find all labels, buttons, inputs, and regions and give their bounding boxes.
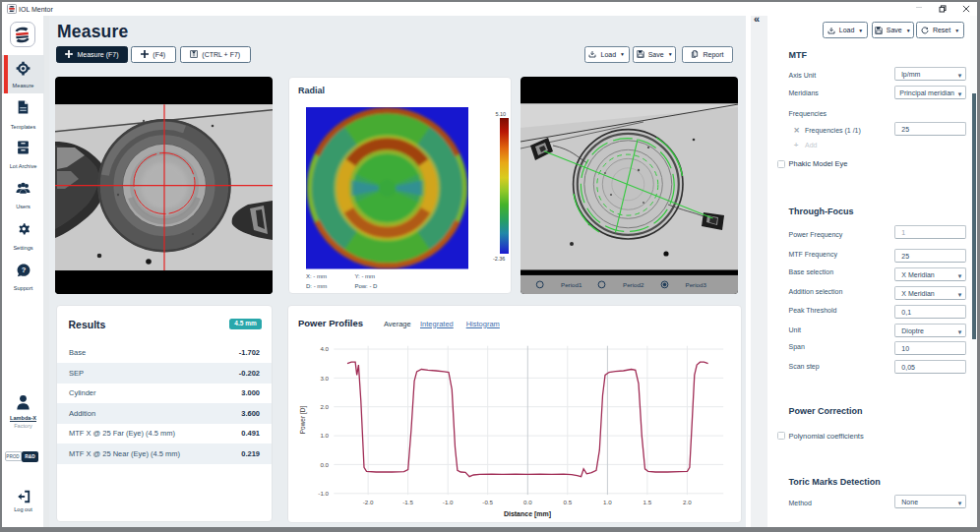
svg-text:Period1: Period1	[561, 280, 582, 287]
svg-text:4.0: 4.0	[321, 345, 330, 352]
svg-text:-0.5: -0.5	[483, 499, 494, 505]
svg-text:-1.0: -1.0	[319, 490, 330, 497]
svg-text:3.0: 3.0	[321, 374, 330, 381]
svg-text:Period2: Period2	[623, 280, 644, 287]
svg-text:Distance [mm]: Distance [mm]	[504, 510, 551, 518]
svg-text:1.0: 1.0	[321, 432, 330, 439]
svg-text:2.0: 2.0	[321, 402, 330, 409]
svg-text:0.0: 0.0	[321, 460, 330, 467]
svg-text:?: ?	[22, 266, 27, 274]
svg-text:Power [D]: Power [D]	[299, 405, 307, 434]
svg-text:-2.0: -2.0	[363, 499, 374, 505]
svg-text:0.0: 0.0	[523, 499, 532, 505]
svg-text:-1.5: -1.5	[403, 499, 414, 505]
svg-text:2.0: 2.0	[683, 499, 692, 505]
svg-text:0.5: 0.5	[564, 499, 573, 505]
svg-text:1.5: 1.5	[643, 499, 652, 505]
svg-text:-1.0: -1.0	[443, 499, 454, 505]
svg-text:1.0: 1.0	[603, 499, 612, 505]
svg-text:Period3: Period3	[685, 280, 706, 287]
